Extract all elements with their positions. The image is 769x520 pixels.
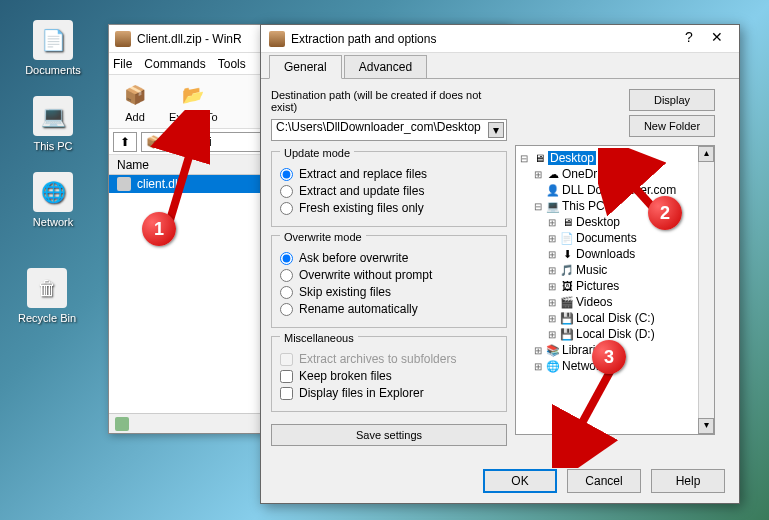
tree-label: Pictures xyxy=(576,279,619,293)
help-button[interactable]: ? xyxy=(675,29,703,49)
tree-folder-icon: 🖼 xyxy=(560,279,574,293)
tree-folder-icon: ⬇ xyxy=(560,247,574,261)
tree-item-documents[interactable]: ⊞📄Documents xyxy=(518,230,712,246)
menu-commands[interactable]: Commands xyxy=(144,57,205,71)
radio-extract-replace[interactable]: Extract and replace files xyxy=(280,167,498,181)
network-icon: 🌐 xyxy=(33,172,73,212)
tree-folder-icon: 💾 xyxy=(560,327,574,341)
tree-item-dll-downloader-com[interactable]: 👤DLL Downloader.com xyxy=(518,182,712,198)
scroll-up-button[interactable]: ▴ xyxy=(698,146,714,162)
tree-folder-icon: 🎵 xyxy=(560,263,574,277)
desktop-icon-documents[interactable]: 📄 Documents xyxy=(18,20,88,76)
tree-folder-icon: 🌐 xyxy=(546,359,560,373)
scroll-down-button[interactable]: ▾ xyxy=(698,418,714,434)
tree-item-onedrive[interactable]: ⊞☁OneDrive xyxy=(518,166,712,182)
overwrite-mode-group: Overwrite mode Ask before overwrite Over… xyxy=(271,235,507,328)
tree-expander-icon[interactable]: ⊞ xyxy=(546,233,558,244)
tab-general[interactable]: General xyxy=(269,55,342,79)
help-dialog-button[interactable]: Help xyxy=(651,469,725,493)
desktop-icon-thispc[interactable]: 💻 This PC xyxy=(18,96,88,152)
new-folder-button[interactable]: New Folder xyxy=(629,115,715,137)
tab-advanced[interactable]: Advanced xyxy=(344,55,427,79)
dialog-titlebar[interactable]: Extraction path and options ? ✕ xyxy=(261,25,739,53)
tree-label: Downloads xyxy=(576,247,635,261)
radio-ask-before[interactable]: Ask before overwrite xyxy=(280,251,498,265)
tree-item-desktop[interactable]: ⊞🖥Desktop xyxy=(518,214,712,230)
recyclebin-icon: 🗑 xyxy=(27,268,67,308)
tree-expander-icon[interactable]: ⊞ xyxy=(532,361,544,372)
tree-item-libraries[interactable]: ⊞📚Libraries xyxy=(518,342,712,358)
tree-item-local-disk-c-[interactable]: ⊞💾Local Disk (C:) xyxy=(518,310,712,326)
tree-expander-icon[interactable]: ⊞ xyxy=(546,217,558,228)
menu-tools[interactable]: Tools xyxy=(218,57,246,71)
winrar-icon xyxy=(115,31,131,47)
dialog-tabs: General Advanced xyxy=(261,53,739,79)
desktop-icon-recyclebin[interactable]: 🗑 Recycle Bin xyxy=(12,268,82,324)
dialog-title: Extraction path and options xyxy=(291,32,436,46)
cancel-button[interactable]: Cancel xyxy=(567,469,641,493)
dropdown-arrow-icon[interactable]: ▾ xyxy=(488,122,504,138)
tree-expander-icon[interactable]: ⊞ xyxy=(532,345,544,356)
tree-item-downloads[interactable]: ⊞⬇Downloads xyxy=(518,246,712,262)
radio-overwrite-noprompt[interactable]: Overwrite without prompt xyxy=(280,268,498,282)
radio-skip-existing[interactable]: Skip existing files xyxy=(280,285,498,299)
misc-group: Miscellaneous Extract archives to subfol… xyxy=(271,336,507,412)
tree-expander-icon[interactable]: ⊟ xyxy=(532,201,544,212)
tree-folder-icon: 💾 xyxy=(560,311,574,325)
tree-item-this-pc[interactable]: ⊟💻This PC xyxy=(518,198,712,214)
tree-expander-icon[interactable]: ⊟ xyxy=(518,153,530,164)
tree-label: Libraries xyxy=(562,343,608,357)
tree-folder-icon: 💻 xyxy=(546,199,560,213)
tree-scrollbar[interactable] xyxy=(698,146,714,434)
toolbar-add-button[interactable]: 📦 Add xyxy=(119,81,151,123)
file-name: client.dll xyxy=(137,177,180,191)
dialog-icon xyxy=(269,31,285,47)
tree-expander-icon[interactable]: ⊞ xyxy=(546,281,558,292)
radio-extract-update[interactable]: Extract and update files xyxy=(280,184,498,198)
destination-input[interactable]: C:\Users\DllDownloader_com\Desktop ▾ xyxy=(271,119,507,141)
status-icon xyxy=(115,417,129,431)
desktop-icon-network[interactable]: 🌐 Network xyxy=(18,172,88,228)
check-extract-subfolders[interactable]: Extract archives to subfolders xyxy=(280,352,498,366)
menu-file[interactable]: File xyxy=(113,57,132,71)
archive-path-icon: 📦 xyxy=(146,135,161,149)
tree-label: Music xyxy=(576,263,607,277)
tree-item-music[interactable]: ⊞🎵Music xyxy=(518,262,712,278)
misc-title: Miscellaneous xyxy=(280,332,358,344)
tree-expander-icon[interactable]: ⊞ xyxy=(546,249,558,260)
tree-item-pictures[interactable]: ⊞🖼Pictures xyxy=(518,278,712,294)
path-up-button[interactable]: ⬆ xyxy=(113,132,137,152)
close-button[interactable]: ✕ xyxy=(703,29,731,49)
tree-folder-icon: 📚 xyxy=(546,343,560,357)
dialog-button-row: OK Cancel Help xyxy=(483,469,725,493)
display-button[interactable]: Display xyxy=(629,89,715,111)
tree-expander-icon[interactable]: ⊞ xyxy=(532,169,544,180)
tree-item-network[interactable]: ⊞🌐Network xyxy=(518,358,712,374)
radio-fresh-only[interactable]: Fresh existing files only xyxy=(280,201,498,215)
ok-button[interactable]: OK xyxy=(483,469,557,493)
tree-expander-icon[interactable]: ⊞ xyxy=(546,297,558,308)
tree-label: DLL Downloader.com xyxy=(562,183,676,197)
tree-item-desktop[interactable]: ⊟🖥Desktop xyxy=(518,150,712,166)
folder-tree[interactable]: ⊟🖥Desktop⊞☁OneDrive👤DLL Downloader.com⊟💻… xyxy=(515,145,715,435)
winrar-title: Client.dll.zip - WinR xyxy=(137,32,242,46)
tree-expander-icon[interactable]: ⊞ xyxy=(546,313,558,324)
radio-rename-auto[interactable]: Rename automatically xyxy=(280,302,498,316)
check-keep-broken[interactable]: Keep broken files xyxy=(280,369,498,383)
tree-item-local-disk-d-[interactable]: ⊞💾Local Disk (D:) xyxy=(518,326,712,342)
save-settings-button[interactable]: Save settings xyxy=(271,424,507,446)
check-display-explorer[interactable]: Display files in Explorer xyxy=(280,386,498,400)
tree-expander-icon[interactable]: ⊞ xyxy=(546,265,558,276)
tree-expander-icon[interactable]: ⊞ xyxy=(546,329,558,340)
tree-folder-icon: ☁ xyxy=(546,167,560,181)
tree-folder-icon: 🖥 xyxy=(532,151,546,165)
tree-folder-icon: 🖥 xyxy=(560,215,574,229)
destination-label: Destination path (will be created if doe… xyxy=(271,89,507,113)
dll-file-icon xyxy=(117,177,131,191)
tree-label: Desktop xyxy=(576,215,620,229)
tree-item-videos[interactable]: ⊞🎬Videos xyxy=(518,294,712,310)
column-name: Name xyxy=(117,158,149,172)
tree-folder-icon: 👤 xyxy=(546,183,560,197)
toolbar-extract-button[interactable]: 📂 Extract To xyxy=(169,81,218,123)
tree-label: Desktop xyxy=(548,151,596,165)
